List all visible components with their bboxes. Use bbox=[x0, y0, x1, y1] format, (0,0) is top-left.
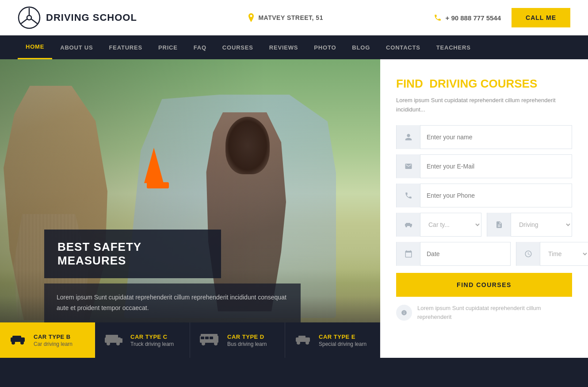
car-e-sub: Special driving learn bbox=[319, 341, 367, 347]
call-me-button[interactable]: CALL ME bbox=[512, 8, 570, 27]
cone-base bbox=[147, 182, 169, 188]
time-field: Time Morning Afternoon Evening bbox=[516, 242, 588, 266]
svg-rect-26 bbox=[406, 223, 410, 225]
svg-point-1 bbox=[27, 15, 31, 20]
main-section: BEST SAFETY MEASURES Lorem ipsum Sunt cu… bbox=[0, 59, 588, 358]
email-field bbox=[396, 154, 572, 178]
nav-courses[interactable]: COURSES bbox=[214, 35, 261, 59]
svg-point-27 bbox=[405, 226, 407, 227]
nav-about[interactable]: ABOUT US bbox=[52, 35, 101, 59]
car-c-name: CAR TYPE C bbox=[130, 333, 174, 340]
car-d-sub: Bus driving learn bbox=[227, 341, 267, 347]
date-input[interactable] bbox=[420, 242, 510, 265]
hero-area: BEST SAFETY MEASURES Lorem ipsum Sunt cu… bbox=[0, 59, 380, 358]
name-field bbox=[396, 125, 572, 149]
person-icon bbox=[397, 125, 420, 149]
time-select[interactable]: Time Morning Afternoon Evening bbox=[540, 242, 588, 265]
phone-icon bbox=[434, 14, 442, 22]
car-type-d[interactable]: CAR TYPE D Bus driving learn bbox=[190, 322, 285, 358]
note-text: Lorem ipsum Sunt cupidatat reprehenderit… bbox=[417, 304, 572, 322]
date-field bbox=[396, 242, 511, 266]
email-input[interactable] bbox=[420, 155, 572, 178]
svg-point-12 bbox=[107, 342, 110, 345]
header-right: + 90 888 777 5544 CALL ME bbox=[434, 8, 570, 27]
nav-faq[interactable]: FAQ bbox=[186, 35, 214, 59]
car-type-b[interactable]: CAR TYPE B Car driving learn bbox=[0, 322, 95, 358]
car-d-name: CAR TYPE D bbox=[227, 333, 267, 340]
note-info-icon bbox=[396, 305, 412, 321]
phone-field-icon bbox=[397, 184, 420, 207]
hero-title-box: BEST SAFETY MEASURES bbox=[44, 230, 221, 278]
car-select-icon bbox=[397, 213, 420, 237]
car-e-icon bbox=[294, 334, 312, 346]
svg-rect-6 bbox=[12, 336, 21, 339]
nav-home[interactable]: HOME bbox=[18, 35, 52, 59]
svg-line-4 bbox=[31, 19, 37, 24]
nav-contacts[interactable]: CONTACTS bbox=[378, 35, 428, 59]
car-b-sub: Car driving learn bbox=[34, 341, 73, 347]
name-input[interactable] bbox=[420, 126, 572, 149]
nav-reviews[interactable]: REVIEWS bbox=[261, 35, 306, 59]
svg-point-17 bbox=[214, 342, 218, 345]
svg-point-13 bbox=[116, 342, 120, 345]
svg-line-3 bbox=[21, 19, 27, 24]
nav-blog[interactable]: BLOG bbox=[344, 35, 378, 59]
car-d-icon bbox=[199, 333, 220, 347]
hero-desc-box: Lorem ipsum Sunt cupidatat reprehenderit… bbox=[44, 284, 301, 322]
svg-point-23 bbox=[297, 341, 300, 345]
nav-features[interactable]: FEATURES bbox=[101, 35, 151, 59]
svg-point-8 bbox=[20, 341, 24, 345]
email-icon bbox=[397, 154, 420, 178]
form-bottom-note: Lorem ipsum Sunt cupidatat reprehenderit… bbox=[396, 304, 572, 322]
steering-wheel-icon bbox=[18, 6, 41, 29]
driving-select[interactable]: Driving Manual Automatic bbox=[511, 213, 572, 236]
car-c-info: CAR TYPE C Truck driving learn bbox=[130, 333, 174, 347]
driving-type-field: Driving Manual Automatic bbox=[487, 213, 572, 237]
clock-icon bbox=[516, 242, 540, 266]
form-sidebar: FIND DRIVING COURSES Lorem ipsum Sunt cu… bbox=[380, 59, 588, 358]
form-description: Lorem ipsum Sunt cupidatat reprehenderit… bbox=[396, 96, 572, 115]
car-c-icon bbox=[104, 333, 123, 347]
find-courses-button[interactable]: FIND COURSES bbox=[396, 273, 572, 297]
phone-input[interactable] bbox=[420, 184, 572, 207]
form-title-plain: FIND bbox=[396, 77, 423, 90]
svg-rect-20 bbox=[210, 337, 213, 339]
address-text: MATVEY STREET, 51 bbox=[258, 14, 323, 21]
car-type-strip: CAR TYPE B Car driving learn CAR TYP bbox=[0, 322, 380, 358]
car-e-name: CAR TYPE E bbox=[319, 333, 367, 340]
car-c-sub: Truck driving learn bbox=[130, 341, 174, 347]
logo-area: DRIVING SCHOOL bbox=[18, 6, 137, 29]
calendar-icon bbox=[397, 242, 420, 266]
svg-rect-22 bbox=[298, 336, 305, 339]
car-type-field: Car ty... Type A Type B Type C bbox=[396, 213, 481, 237]
hero-title: BEST SAFETY MEASURES bbox=[57, 240, 208, 268]
svg-rect-19 bbox=[205, 337, 209, 339]
nav-teachers[interactable]: TEACHERS bbox=[428, 35, 479, 59]
svg-point-24 bbox=[305, 341, 309, 345]
car-d-info: CAR TYPE D Bus driving learn bbox=[227, 333, 267, 347]
date-time-row: Time Morning Afternoon Evening bbox=[396, 242, 572, 266]
svg-point-16 bbox=[202, 342, 205, 345]
car-type-select[interactable]: Car ty... Type A Type B Type C bbox=[420, 213, 481, 236]
phone-number: + 90 888 777 5544 bbox=[445, 14, 501, 22]
address-area: MATVEY STREET, 51 bbox=[248, 13, 323, 22]
hero-description: Lorem ipsum Sunt cupidatat reprehenderit… bbox=[57, 292, 288, 314]
svg-point-7 bbox=[11, 341, 15, 345]
logo-text: DRIVING SCHOOL bbox=[46, 12, 137, 23]
car-b-icon bbox=[9, 334, 27, 346]
form-title: FIND DRIVING COURSES bbox=[396, 77, 572, 91]
nav-price[interactable]: PRICE bbox=[150, 35, 186, 59]
car-b-info: CAR TYPE B Car driving learn bbox=[34, 333, 73, 347]
location-icon bbox=[248, 13, 255, 22]
car-e-info: CAR TYPE E Special driving learn bbox=[319, 333, 367, 347]
car-type-e[interactable]: CAR TYPE E Special driving learn bbox=[285, 322, 380, 358]
header: DRIVING SCHOOL MATVEY STREET, 51 + 90 88… bbox=[0, 0, 588, 35]
svg-point-28 bbox=[410, 226, 412, 227]
phone-area: + 90 888 777 5544 bbox=[434, 14, 501, 22]
driving-icon bbox=[487, 213, 511, 237]
car-type-c[interactable]: CAR TYPE C Truck driving learn bbox=[95, 322, 190, 358]
car-b-name: CAR TYPE B bbox=[34, 333, 73, 340]
car-driving-row: Car ty... Type A Type B Type C Driving M… bbox=[396, 213, 572, 237]
nav-photo[interactable]: PHOTO bbox=[306, 35, 344, 59]
svg-rect-18 bbox=[201, 337, 204, 339]
